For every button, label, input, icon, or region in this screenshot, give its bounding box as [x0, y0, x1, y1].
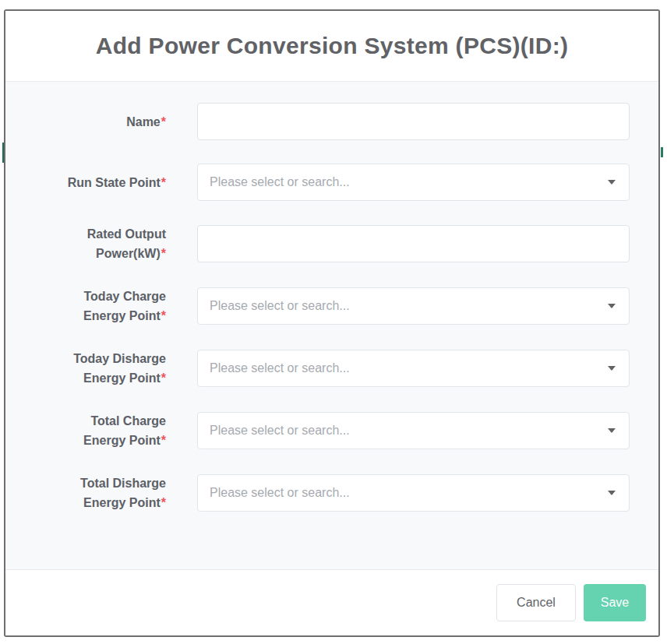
form-row-name: Name* — [5, 103, 630, 140]
select-placeholder: Please select or search... — [210, 299, 350, 313]
form-row-total-disharge-energy-point: Total DishargeEnergy Point* Please selec… — [5, 473, 630, 512]
select-placeholder: Please select or search... — [210, 361, 350, 375]
chevron-down-icon — [608, 180, 616, 185]
required-asterisk: * — [161, 115, 166, 128]
save-button[interactable]: Save — [584, 584, 646, 621]
field-label-line: Energy Point* — [5, 306, 166, 326]
field-label: Run State Point* — [5, 173, 166, 192]
required-asterisk: * — [161, 434, 166, 447]
required-asterisk: * — [161, 496, 166, 509]
run-state-point-select[interactable]: Please select or search... — [197, 164, 630, 201]
rated-output-power-input[interactable] — [197, 225, 630, 262]
total-charge-energy-point-select[interactable]: Please select or search... — [197, 412, 630, 449]
name-input[interactable] — [197, 103, 630, 140]
pcs-form: Name* Run State Point* Please select or … — [5, 103, 630, 512]
chevron-down-icon — [608, 366, 616, 371]
field-label-line: Total Charge — [5, 411, 166, 431]
background-artifact-right — [661, 147, 663, 157]
add-pcs-dialog: Add Power Conversion System (PCS)(ID:) N… — [4, 9, 660, 637]
field-label: Total ChargeEnergy Point* — [5, 411, 166, 450]
chevron-down-icon — [608, 304, 616, 308]
field-label: Name* — [5, 112, 166, 132]
field-label: Today ChargeEnergy Point* — [5, 287, 166, 326]
field-label-line: Total Disharge — [5, 473, 166, 493]
form-row-total-charge-energy-point: Total ChargeEnergy Point* Please select … — [5, 411, 630, 450]
field-control: Please select or search... — [197, 287, 630, 325]
required-asterisk: * — [161, 371, 166, 385]
form-row-today-charge-energy-point: Today ChargeEnergy Point* Please select … — [5, 287, 630, 326]
select-placeholder: Please select or search... — [210, 486, 350, 500]
chevron-down-icon — [608, 428, 616, 433]
field-label: Total DishargeEnergy Point* — [5, 473, 166, 512]
field-label-line: Energy Point* — [5, 431, 166, 450]
field-control: Please select or search... — [197, 350, 630, 387]
field-label-line: Name* — [5, 112, 166, 132]
field-control: Please select or search... — [197, 412, 630, 449]
screen: Add Power Conversion System (PCS)(ID:) N… — [0, 0, 667, 644]
dialog-body: Name* Run State Point* Please select or … — [5, 82, 658, 569]
today-disharge-energy-point-select[interactable]: Please select or search... — [197, 350, 630, 387]
form-row-today-disharge-energy-point: Today DishargeEnergy Point* Please selec… — [5, 349, 630, 388]
field-control: Please select or search... — [197, 474, 630, 512]
form-row-rated-output-power: Rated OutputPower(kW)* — [5, 224, 630, 263]
field-control — [197, 103, 630, 140]
required-asterisk: * — [161, 247, 166, 260]
field-label: Rated OutputPower(kW)* — [5, 224, 166, 263]
field-label-line: Power(kW)* — [5, 244, 166, 263]
required-asterisk: * — [161, 309, 166, 322]
form-row-run-state-point: Run State Point* Please select or search… — [5, 164, 630, 201]
field-label-line: Rated Output — [5, 224, 166, 244]
field-control — [197, 225, 630, 262]
field-label-line: Today Disharge — [5, 349, 166, 368]
field-label-line: Today Charge — [5, 287, 166, 306]
total-disharge-energy-point-select[interactable]: Please select or search... — [197, 474, 630, 512]
dialog-header: Add Power Conversion System (PCS)(ID:) — [5, 11, 658, 82]
today-charge-energy-point-select[interactable]: Please select or search... — [197, 287, 630, 325]
field-label: Today DishargeEnergy Point* — [5, 349, 166, 388]
select-placeholder: Please select or search... — [210, 424, 350, 438]
dialog-title: Add Power Conversion System (PCS)(ID:) — [96, 33, 568, 59]
field-label-line: Energy Point* — [5, 368, 166, 388]
required-asterisk: * — [161, 176, 166, 189]
select-placeholder: Please select or search... — [210, 175, 350, 189]
chevron-down-icon — [608, 491, 616, 495]
field-label-line: Run State Point* — [5, 173, 166, 192]
dialog-footer: Cancel Save — [5, 569, 658, 635]
field-control: Please select or search... — [197, 164, 630, 201]
field-label-line: Energy Point* — [5, 493, 166, 512]
cancel-button[interactable]: Cancel — [496, 584, 576, 621]
